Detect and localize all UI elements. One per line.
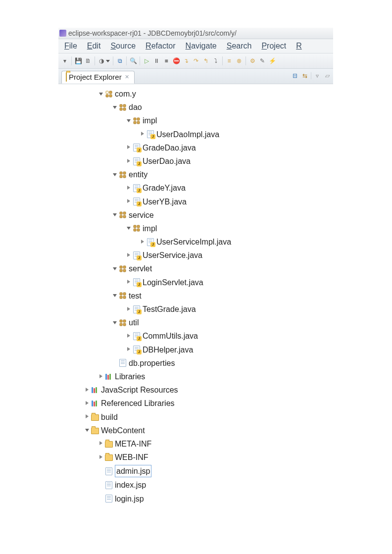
menu-search[interactable]: Search	[222, 40, 257, 52]
view-menu-icon[interactable]: ▿	[313, 72, 321, 80]
tree-package-dao[interactable]: dao	[58, 101, 333, 114]
debug-stop-icon[interactable]: ■	[162, 56, 171, 65]
build-icon[interactable]: ◑	[97, 56, 106, 65]
tree-file-commutils[interactable]: J CommUtils.java	[58, 329, 333, 343]
tree-folder-webcontent[interactable]: WebContent	[58, 424, 333, 437]
link-editor-icon[interactable]: ⇆	[301, 72, 309, 80]
caret-icon[interactable]	[126, 333, 132, 339]
run-last-icon[interactable]: ≡	[225, 56, 234, 65]
tree-file-loginjsp[interactable]: login.jsp	[58, 492, 333, 505]
caret-icon[interactable]	[140, 239, 146, 245]
caret-icon[interactable]	[84, 427, 90, 433]
tree-package-com-y[interactable]: com.y	[58, 87, 333, 101]
tree-file-dbhelper[interactable]: J DBHelper.java	[58, 343, 333, 356]
tree-folder-webinf[interactable]: WEB-INF	[58, 451, 333, 464]
caret-icon[interactable]	[98, 441, 104, 447]
folder-icon	[105, 453, 113, 461]
caret-icon[interactable]	[126, 347, 132, 353]
tree-folder-metainf[interactable]: META-INF	[58, 437, 333, 451]
debug-pause-icon[interactable]: ⏸	[152, 56, 161, 65]
tree-js-resources[interactable]: JavaScript Resources	[58, 383, 333, 397]
tree-file-useryb[interactable]: J UserYB.java	[58, 195, 333, 208]
debug-disconnect-icon[interactable]: ⛔	[172, 56, 181, 65]
wand-icon[interactable]: ✎	[258, 56, 267, 65]
caret-icon[interactable]	[140, 131, 146, 137]
caret-icon[interactable]	[126, 158, 132, 164]
tree-file-userserviceimpl[interactable]: J UserServiceImpl.java	[58, 235, 333, 249]
caret-icon[interactable]	[126, 199, 132, 204]
caret-icon[interactable]	[126, 145, 132, 151]
tree-label: TestGrade.java	[143, 303, 196, 315]
step-into-icon[interactable]: ↴	[182, 56, 191, 65]
tree-package-entity[interactable]: entity	[58, 168, 333, 181]
caret-icon[interactable]	[112, 293, 118, 299]
caret-icon[interactable]	[112, 104, 118, 110]
tree-file-dbproperties[interactable]: db.properties	[58, 356, 333, 370]
caret-icon[interactable]	[84, 401, 90, 406]
caret-icon[interactable]	[126, 225, 132, 231]
toggle-breadcrumb-icon[interactable]: ⧉	[115, 56, 124, 65]
caret-icon[interactable]	[98, 374, 104, 380]
dropdown-icon[interactable]	[106, 60, 110, 62]
save-all-icon[interactable]: 🗎	[84, 56, 93, 65]
caret-icon[interactable]	[98, 454, 104, 460]
menu-edit[interactable]: Edit	[82, 40, 106, 52]
menu-file[interactable]: File	[59, 40, 82, 52]
jsp-file-icon	[105, 495, 113, 503]
menu-refactor[interactable]: Refactor	[141, 40, 180, 52]
new-dropdown-icon[interactable]: ▾	[60, 56, 69, 65]
caret-icon[interactable]	[126, 118, 132, 124]
tree-package-service[interactable]: service	[58, 208, 333, 222]
step-over-icon[interactable]: ↷	[192, 56, 200, 65]
menu-run-partial[interactable]: R	[291, 40, 307, 52]
step-return-icon[interactable]: ↰	[201, 56, 210, 65]
caret-icon[interactable]	[126, 306, 132, 312]
caret-icon[interactable]	[84, 414, 90, 420]
caret-icon[interactable]	[98, 91, 104, 97]
skip-breakpoints-icon[interactable]: ⊗	[235, 56, 244, 65]
caret-icon[interactable]	[112, 320, 118, 326]
tree-package-test[interactable]: test	[58, 289, 333, 302]
tree-file-gradey[interactable]: J GradeY.java	[58, 181, 333, 195]
tree-file-indexjsp[interactable]: index.jsp	[58, 478, 333, 492]
tree-file-userservice[interactable]: J UserService.java	[58, 249, 333, 262]
caret-icon[interactable]	[112, 172, 118, 178]
save-icon[interactable]: 💾	[74, 56, 83, 65]
caret-icon[interactable]	[112, 266, 118, 272]
tree-package-util[interactable]: util	[58, 316, 333, 329]
tree-file-gradedao[interactable]: J GradeDao.java	[58, 141, 333, 154]
tree-package-servlet[interactable]: servlet	[58, 262, 333, 275]
tree-file-userdao[interactable]: J UserDao.java	[58, 154, 333, 168]
tree-file-testgrade[interactable]: J TestGrade.java	[58, 302, 333, 316]
tree-referenced-libraries[interactable]: Referenced Libraries	[58, 397, 333, 410]
search-icon[interactable]: 🔍	[129, 56, 138, 65]
tree-package-dao-impl[interactable]: impl	[58, 114, 333, 127]
project-tree[interactable]: com.y dao impl J UserDaoImpl.java J Grad…	[58, 84, 333, 505]
project-explorer-tab[interactable]: Project Explorer ✕	[61, 71, 135, 84]
svg-rect-22	[134, 229, 136, 231]
tree-folder-build[interactable]: build	[58, 410, 333, 424]
tree-file-userdaoimpl[interactable]: J UserDaoImpl.java	[58, 128, 333, 141]
separator	[113, 56, 113, 65]
tree-file-loginservlet[interactable]: J LoginServlet.java	[58, 276, 333, 289]
minimize-icon[interactable]: ▱	[323, 72, 331, 80]
menu-source[interactable]: Source	[105, 40, 141, 52]
caret-icon[interactable]	[126, 252, 132, 258]
svg-rect-26	[120, 269, 122, 272]
caret-icon[interactable]	[126, 185, 132, 191]
caret-icon[interactable]	[126, 279, 132, 285]
collapse-all-icon[interactable]: ⊟	[291, 72, 299, 80]
close-icon[interactable]: ✕	[125, 74, 129, 80]
menu-navigate[interactable]: Navigate	[181, 40, 222, 52]
drop-to-frame-icon[interactable]: ⤵	[211, 56, 220, 65]
tree-label: JavaScript Resources	[101, 384, 178, 396]
tree-package-service-impl[interactable]: impl	[58, 222, 333, 235]
ext-tool-icon[interactable]: ⚡	[268, 56, 277, 65]
tree-libraries[interactable]: Libraries	[58, 370, 333, 383]
menu-project[interactable]: Project	[256, 40, 291, 52]
caret-icon[interactable]	[112, 212, 118, 218]
new-server-icon[interactable]: ⚙	[248, 56, 257, 65]
tree-file-adminjsp[interactable]: admin.jsp	[58, 464, 333, 478]
debug-resume-icon[interactable]: ▷	[142, 56, 151, 65]
caret-icon[interactable]	[84, 387, 90, 393]
